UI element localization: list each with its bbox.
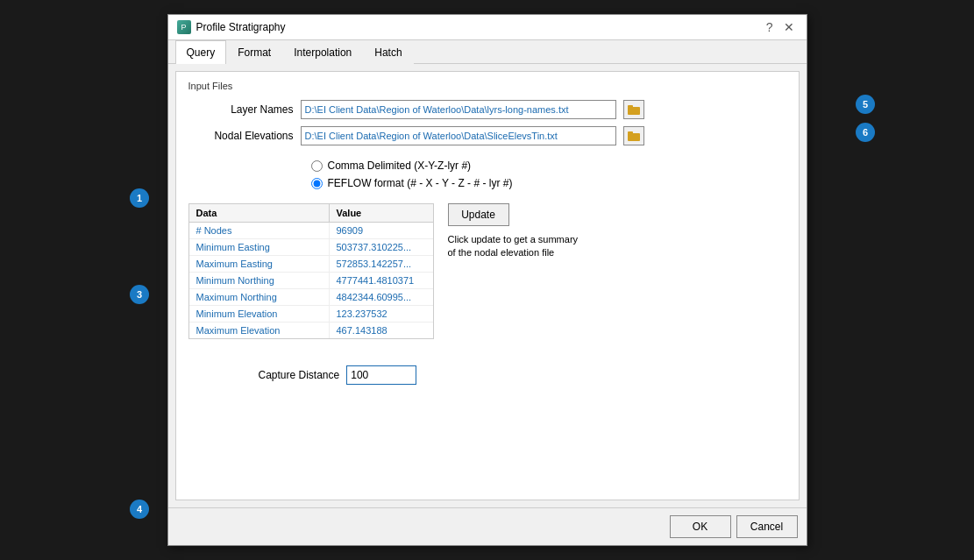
svg-rect-3: [628, 131, 633, 134]
cell-max-northing-value: 4842344.60995...: [330, 289, 433, 305]
capture-distance-label: Capture Distance: [259, 369, 340, 381]
col-value: Value: [330, 204, 433, 222]
tab-interpolation[interactable]: Interpolation: [282, 40, 363, 64]
table-row: Maximum Easting 572853.142257...: [189, 256, 433, 273]
cell-nodes-value: 96909: [330, 223, 433, 238]
data-table: Data Value # Nodes 96909 Minimum Easting…: [188, 203, 434, 339]
nodal-elevations-row: Nodal Elevations: [188, 126, 786, 145]
nodal-elevations-input[interactable]: [301, 126, 616, 145]
content-panel: Input Files Layer Names Nodal Elevations: [175, 71, 800, 500]
radio-feflow-label: FEFLOW format (# - X - Y - Z - # - lyr #…: [328, 177, 513, 189]
table-row: Minimum Northing 4777441.4810371: [189, 273, 433, 289]
folder-icon: [628, 131, 640, 141]
cell-max-easting-value: 572853.142257...: [330, 256, 433, 272]
title-buttons: ? ✕: [763, 21, 798, 33]
update-hint: Click update to get a summary of the nod…: [448, 233, 588, 260]
capture-distance-section: Capture Distance: [259, 365, 786, 385]
title-bar: P Profile Stratigraphy ? ✕: [168, 15, 807, 40]
cell-max-northing-label: Maximum Northing: [189, 289, 330, 305]
tab-format[interactable]: Format: [226, 40, 282, 64]
radio-comma-label: Comma Delimited (X-Y-Z-lyr #): [328, 159, 472, 172]
table-row: Maximum Elevation 467.143188: [189, 323, 433, 338]
cell-min-elevation-label: Minimum Elevation: [189, 306, 330, 322]
table-row: Maximum Northing 4842344.60995...: [189, 289, 433, 306]
dialog-footer: OK Cancel: [168, 507, 807, 545]
col-data: Data: [189, 204, 330, 222]
cell-max-elevation-label: Maximum Elevation: [189, 323, 330, 338]
section-title: Input Files: [188, 81, 786, 91]
cell-min-elevation-value: 123.237532: [330, 306, 433, 322]
table-header: Data Value: [189, 204, 433, 223]
radio-feflow-input[interactable]: [311, 178, 323, 189]
callout-6: 6: [856, 123, 875, 142]
dialog-title: Profile Stratigraphy: [196, 21, 286, 33]
tab-bar: Query Format Interpolation Hatch: [168, 40, 807, 64]
layer-names-input[interactable]: [301, 100, 616, 119]
cell-min-northing-label: Minimum Northing: [189, 273, 330, 288]
ok-button[interactable]: OK: [670, 515, 731, 538]
cell-max-elevation-value: 467.143188: [330, 323, 433, 338]
radio-comma: Comma Delimited (X-Y-Z-lyr #): [311, 159, 786, 172]
update-button[interactable]: Update: [448, 203, 509, 226]
callout-3: 3: [130, 285, 149, 304]
cell-min-easting-value: 503737.310225...: [330, 239, 433, 255]
svg-rect-0: [628, 107, 640, 115]
layer-names-label: Layer Names: [188, 103, 294, 116]
dialog: P Profile Stratigraphy ? ✕ Query Format …: [167, 14, 807, 546]
callout-1: 1: [130, 188, 149, 208]
update-section: Update Click update to get a summary of …: [448, 203, 588, 260]
nodal-elevations-browse-button[interactable]: [623, 126, 644, 145]
callout-5: 5: [856, 95, 875, 114]
table-row: # Nodes 96909: [189, 223, 433, 239]
nodal-elevations-label: Nodal Elevations: [188, 130, 294, 142]
folder-icon: [628, 104, 640, 115]
data-section: Data Value # Nodes 96909 Minimum Easting…: [188, 203, 786, 339]
format-radio-group: Comma Delimited (X-Y-Z-lyr #) FEFLOW for…: [311, 159, 786, 189]
table-row: Minimum Easting 503737.310225...: [189, 239, 433, 256]
svg-rect-1: [628, 105, 633, 108]
layer-names-browse-button[interactable]: [623, 100, 644, 119]
cell-min-northing-value: 4777441.4810371: [330, 273, 433, 288]
cell-nodes-label: # Nodes: [189, 223, 330, 238]
capture-distance-input[interactable]: [346, 365, 416, 385]
radio-comma-input[interactable]: [311, 160, 323, 172]
close-button[interactable]: ✕: [780, 21, 798, 33]
help-button[interactable]: ?: [763, 21, 777, 33]
callout-4: 4: [130, 500, 149, 519]
svg-rect-2: [628, 133, 640, 141]
cell-min-easting-label: Minimum Easting: [189, 239, 330, 255]
app-icon: P: [177, 20, 191, 34]
cancel-button[interactable]: Cancel: [736, 515, 798, 538]
layer-names-row: Layer Names: [188, 100, 786, 119]
tab-query[interactable]: Query: [175, 40, 227, 64]
radio-feflow: FEFLOW format (# - X - Y - Z - # - lyr #…: [311, 177, 786, 189]
cell-max-easting-label: Maximum Easting: [189, 256, 330, 272]
table-row: Minimum Elevation 123.237532: [189, 306, 433, 323]
tab-hatch[interactable]: Hatch: [363, 40, 413, 64]
